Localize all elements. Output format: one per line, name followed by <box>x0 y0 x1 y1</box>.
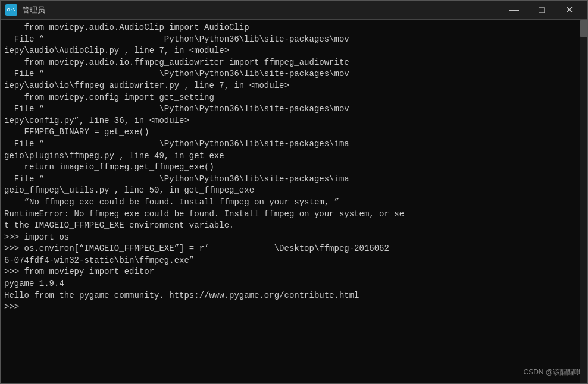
terminal-line: >>> import os <box>4 232 584 244</box>
terminal-line: File “ \Python\Python36\lib\site-package… <box>4 174 584 185</box>
terminal-line: return imageio_ffmpeg.get_ffmpeg_exe() <box>4 162 584 174</box>
terminal-line: iepy\audio\AudioClip.py , line 7, in <mo… <box>4 45 584 57</box>
terminal-icon: C:\ <box>5 4 17 16</box>
scrollbar-thumb[interactable] <box>580 20 587 37</box>
terminal-line: FFMPEG_BINARY = get_exe() <box>4 127 584 139</box>
terminal-line: >>> from moviepy import editor <box>4 266 584 278</box>
window-title: 管理员 <box>22 5 501 15</box>
terminal-window: C:\ 管理员 — □ ✕ from moviepy.audio.AudioCl… <box>0 0 588 384</box>
terminal-line: geio\plugins\ffmpeg.py , line 49, in get… <box>4 150 584 162</box>
terminal-line: t the IMAGEIO_FFMPEG_EXE environment var… <box>4 220 584 232</box>
window-controls: — □ ✕ <box>501 1 583 20</box>
terminal-line: Hello from the pygame community. https:/… <box>4 290 584 302</box>
terminal-line: from moviepy.audio.io.ffmpeg_audiowriter… <box>4 57 584 69</box>
terminal-line: pygame 1.9.4 <box>4 278 584 290</box>
title-bar: C:\ 管理员 — □ ✕ <box>1 1 587 20</box>
terminal-output: from moviepy.audio.AudioClip import Audi… <box>4 22 584 313</box>
close-button[interactable]: ✕ <box>555 1 583 20</box>
maximize-button[interactable]: □ <box>528 1 555 20</box>
terminal-line: File “ \Python\Python36\lib\site-package… <box>4 103 584 115</box>
terminal-line: from moviepy.audio.AudioClip import Audi… <box>4 22 584 34</box>
terminal-line: >>> <box>4 301 584 313</box>
minimize-button[interactable]: — <box>501 1 528 20</box>
terminal-line: geio_ffmpeg\_utils.py , line 50, in get_… <box>4 185 584 197</box>
terminal-line: iepy\config.py”, line 36, in <module> <box>4 115 584 127</box>
terminal-line: “No ffmpeg exe could be found. Install f… <box>4 197 584 209</box>
terminal-line: iepy\audio\io\ffmpeg_audiowriter.py , li… <box>4 80 584 92</box>
terminal-body[interactable]: from moviepy.audio.AudioClip import Audi… <box>1 20 587 383</box>
terminal-line: File “ \Python\Python36\lib\site-package… <box>4 68 584 80</box>
terminal-line: File “ Python\Python36\lib\site-packages… <box>4 34 584 46</box>
scrollbar[interactable] <box>580 20 587 383</box>
terminal-line: >>> os.environ[“IMAGEIO_FFMPEG_EXE”] = r… <box>4 243 584 255</box>
terminal-line: File “ \Python\Python36\lib\site-package… <box>4 139 584 150</box>
terminal-line: 6-074fdf4-win32-static\bin\ffmpeg.exe” <box>4 255 584 267</box>
terminal-line: RuntimeError: No ffmpeg exe could be fou… <box>4 209 584 221</box>
terminal-line: from moviepy.config import get_setting <box>4 92 584 104</box>
watermark: CSDN @该醒醒哦 <box>523 367 581 377</box>
